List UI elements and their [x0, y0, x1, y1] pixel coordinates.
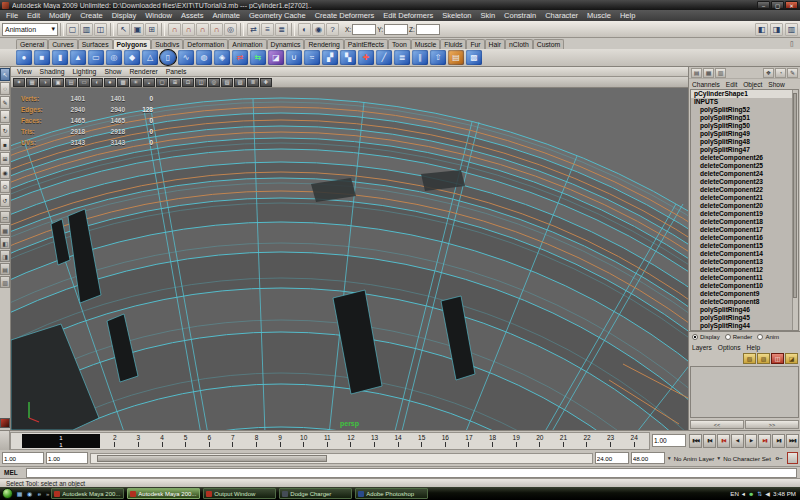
range-slider-thumb[interactable] [97, 455, 327, 462]
extrude-icon[interactable]: ▤ [448, 50, 464, 65]
construction-history-icon[interactable]: ≣ [275, 23, 288, 36]
close-button[interactable]: ✕ [785, 1, 798, 9]
frame-18[interactable]: 18 [481, 433, 505, 449]
layer-menu-layers[interactable]: Layers [692, 344, 712, 351]
selected-object-row[interactable]: pCylinderShape1 [691, 90, 798, 98]
soft-modification-tool[interactable]: ◉ [0, 166, 10, 179]
rotate-tool[interactable]: ↻ [0, 124, 10, 137]
playback-start-field[interactable] [2, 452, 44, 464]
time-slider-track[interactable]: 1 1 234567891011121314151617181920212223… [10, 432, 650, 450]
channel-item-deletecomponent19[interactable]: deleteComponent19 [691, 210, 798, 218]
channel-item-polysplitring46[interactable]: polySplitRing46 [691, 306, 798, 314]
go-to-end-button[interactable]: ▶▶▮ [786, 434, 799, 448]
hypershade-persp-layout[interactable]: ▤ [0, 263, 10, 275]
panel-menu-shading[interactable]: Shading [40, 68, 65, 75]
channel-item-deletecomponent16[interactable]: deleteComponent16 [691, 234, 798, 242]
channel-item-deletecomponent11[interactable]: deleteComponent11 [691, 274, 798, 282]
new-empty-layer-icon[interactable]: ▧ [743, 353, 756, 364]
radio-render[interactable]: Render [725, 334, 753, 340]
menu-skeleton[interactable]: Skeleton [442, 11, 471, 20]
select-by-object-icon[interactable]: ▣ [131, 23, 144, 36]
textured-display-icon[interactable]: ▩ [117, 78, 129, 87]
bookmarks-icon[interactable]: ▣ [52, 78, 64, 87]
last-tool-used[interactable]: ↺ [0, 194, 10, 207]
internet-explorer-icon[interactable]: e [35, 489, 44, 498]
menu-skin[interactable]: Skin [480, 11, 495, 20]
channel-item-polysplitring45[interactable]: polySplitRing45 [691, 314, 798, 322]
shelf-trash-icon[interactable]: ▯ [787, 39, 797, 49]
channel-item-polysplitring52[interactable]: polySplitRing52 [691, 106, 798, 114]
channel-item-deletecomponent23[interactable]: deleteComponent23 [691, 178, 798, 186]
channel-item-deletecomponent14[interactable]: deleteComponent14 [691, 250, 798, 258]
task-button-autodesk-maya-200[interactable]: Autodesk Maya 200... [127, 488, 200, 499]
persp-relationship-layout[interactable]: ▥ [0, 276, 10, 288]
channel-speed-icon[interactable]: ▥ [715, 68, 726, 78]
frame-23[interactable]: 23 [599, 433, 623, 449]
channel-item-polysplitring47[interactable]: polySplitRing47 [691, 146, 798, 154]
poly-torus-icon[interactable]: ◎ [106, 50, 122, 65]
image-plane-icon[interactable]: ▤ [65, 78, 77, 87]
ipr-render-icon[interactable]: ◉ [312, 23, 325, 36]
task-button-adobe-photoshop[interactable]: Adobe Photoshop [355, 488, 428, 499]
frame-20[interactable]: 20 [528, 433, 552, 449]
poly-prism-icon[interactable]: ◆ [124, 50, 140, 65]
offset-edge-loop-icon[interactable]: ⇧ [430, 50, 446, 65]
frame-5[interactable]: 5 [174, 433, 198, 449]
shelf-tab-hair[interactable]: Hair [485, 39, 505, 49]
panel-menu-show[interactable]: Show [104, 68, 121, 75]
sculpt-geometry-icon[interactable]: ▩ [466, 50, 482, 65]
single-pane-layout[interactable]: ▭ [0, 211, 10, 223]
four-pane-layout[interactable]: ▦ [0, 224, 10, 236]
layer-list-empty[interactable] [690, 366, 799, 418]
menu-geometry-cache[interactable]: Geometry Cache [249, 11, 306, 20]
network-icon[interactable]: ⇅ [757, 490, 762, 497]
channel-item-deletecomponent21[interactable]: deleteComponent21 [691, 194, 798, 202]
step-back-frame-button[interactable]: ▮◀ [703, 434, 716, 448]
split-polygon-icon[interactable]: ≣ [394, 50, 410, 65]
range-slider-track[interactable] [90, 453, 593, 464]
x-field[interactable] [352, 24, 376, 35]
poly-soccer-ball-icon[interactable]: ◍ [196, 50, 212, 65]
paint-selection-tool[interactable]: ✎ [0, 96, 10, 109]
persp-outliner-layout[interactable]: ◧ [0, 237, 10, 249]
channel-item-deletecomponent17[interactable]: deleteComponent17 [691, 226, 798, 234]
poly-platonic-solid-icon[interactable]: ◈ [214, 50, 230, 65]
channel-item-deletecomponent18[interactable]: deleteComponent18 [691, 218, 798, 226]
shelf-tab-subdivs[interactable]: Subdivs [151, 39, 183, 49]
poly-sphere-icon[interactable]: ● [16, 50, 32, 65]
append-polygon-icon[interactable]: ╱ [376, 50, 392, 65]
channel-item-deletecomponent20[interactable]: deleteComponent20 [691, 202, 798, 210]
playback-end-field[interactable] [595, 452, 629, 464]
layer-assign-icon[interactable]: ◪ [785, 353, 798, 364]
viewport-canvas[interactable]: Verts:140114010Edges:29402940128Faces:14… [11, 88, 688, 430]
color-manager-icon[interactable]: ❖ [763, 68, 774, 78]
show-manipulator-tool[interactable]: ⊙ [0, 180, 10, 193]
frame-19[interactable]: 19 [504, 433, 528, 449]
speed-control-icon[interactable]: ◔ [775, 68, 786, 78]
wireframe-display-icon[interactable]: ◐ [91, 78, 103, 87]
poly-pyramid-icon[interactable]: △ [142, 50, 158, 65]
auto-keyframe-icon[interactable]: o– [773, 455, 785, 461]
minimize-button[interactable]: – [757, 1, 770, 9]
snap-to-grids-icon[interactable]: ∩ [168, 23, 181, 36]
go-to-start-button[interactable]: ▮◀◀ [689, 434, 702, 448]
shelf-tab-ncloth[interactable]: nCloth [505, 39, 533, 49]
shelf-tab-toon[interactable]: Toon [388, 39, 411, 49]
lock-camera-icon[interactable]: ▦ [26, 78, 38, 87]
resolution-gate-icon[interactable]: ▢ [156, 78, 168, 87]
poly-cube-icon[interactable]: ■ [34, 50, 50, 65]
move-tool[interactable]: + [0, 110, 10, 123]
manipulator-icon[interactable]: ✎ [787, 68, 798, 78]
panel-menu-view[interactable]: View [17, 68, 32, 75]
menu-help[interactable]: Help [620, 11, 635, 20]
channel-item-deletecomponent24[interactable]: deleteComponent24 [691, 170, 798, 178]
multisampling-icon[interactable]: ✚ [260, 78, 272, 87]
channel-item-deletecomponent15[interactable]: deleteComponent15 [691, 242, 798, 250]
channel-item-deletecomponent26[interactable]: deleteComponent26 [691, 154, 798, 162]
universal-manipulator-tool[interactable]: ⊞ [0, 152, 10, 165]
frame-6[interactable]: 6 [197, 433, 221, 449]
panel-menu-lighting[interactable]: Lighting [73, 68, 97, 75]
safe-action-icon[interactable]: ◫ [195, 78, 207, 87]
y-field[interactable] [384, 24, 408, 35]
shelf-tab-deformation[interactable]: Deformation [183, 39, 228, 49]
